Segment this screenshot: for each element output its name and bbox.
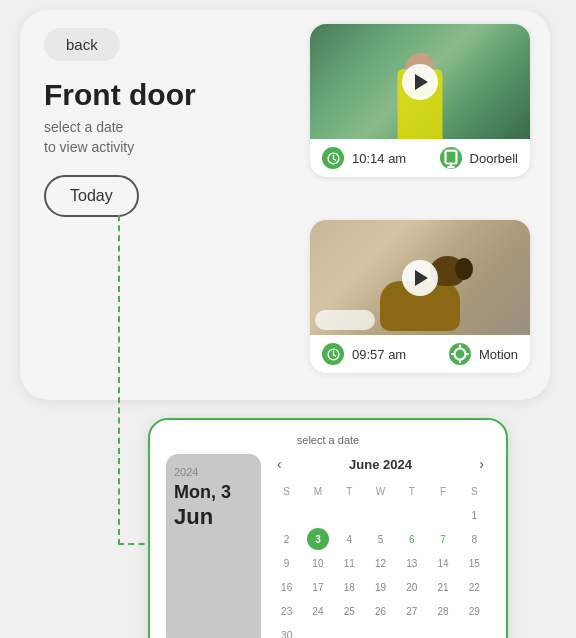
- calendar-prev-button[interactable]: ‹: [271, 454, 288, 474]
- cal-day-empty: [432, 624, 454, 638]
- svg-line-2: [333, 159, 335, 160]
- cal-day-27[interactable]: 27: [401, 600, 423, 622]
- cal-day-15[interactable]: 15: [463, 552, 485, 574]
- cal-day-8[interactable]: 8: [463, 528, 485, 550]
- selected-day-name: Mon, 3: [174, 482, 253, 504]
- cal-day-empty: [401, 624, 423, 638]
- calendar-layout: 2024 Mon, 3 Jun ‹ June 2024 › S M T W T …: [166, 454, 490, 638]
- cal-day-28[interactable]: 28: [432, 600, 454, 622]
- cal-day-21[interactable]: 21: [432, 576, 454, 598]
- cal-day-empty: [307, 624, 329, 638]
- cal-day[interactable]: [432, 504, 454, 526]
- cal-day[interactable]: [338, 504, 360, 526]
- time-icon-doorbell: [322, 147, 344, 169]
- cal-header-s2: S: [463, 480, 485, 502]
- calendar-day-headers: S M T W T F S: [271, 480, 490, 502]
- cal-header-m: M: [307, 480, 329, 502]
- cal-day-5[interactable]: 5: [369, 528, 391, 550]
- cal-day-4[interactable]: 4: [338, 528, 360, 550]
- cal-day-empty: [369, 624, 391, 638]
- selected-year: 2024: [174, 466, 253, 478]
- event-info-motion: 09:57 am Motion: [310, 335, 530, 373]
- video-thumb-dog[interactable]: [310, 220, 530, 335]
- cal-day-19[interactable]: 19: [369, 576, 391, 598]
- stuffing-figure: [315, 310, 375, 330]
- cal-day-20[interactable]: 20: [401, 576, 423, 598]
- cal-header-t1: T: [338, 480, 360, 502]
- video-thumb-delivery[interactable]: [310, 24, 530, 139]
- event-info-doorbell: 10:14 am Doorbell: [310, 139, 530, 177]
- cal-day-22[interactable]: 22: [463, 576, 485, 598]
- play-button-delivery[interactable]: [402, 64, 438, 100]
- cal-day-25[interactable]: 25: [338, 600, 360, 622]
- event-type-motion: Motion: [479, 347, 518, 362]
- cal-day-29[interactable]: 29: [463, 600, 485, 622]
- calendar-week-1: 1: [271, 504, 490, 526]
- time-icon-motion: [322, 343, 344, 365]
- calendar-month-title: June 2024: [349, 457, 412, 472]
- calendar-week-5: 23 24 25 26 27 28 29: [271, 600, 490, 622]
- doorbell-icon: [440, 147, 462, 169]
- motion-icon: [449, 343, 471, 365]
- cal-day[interactable]: [307, 504, 329, 526]
- cal-day-3-today[interactable]: 3: [307, 528, 329, 550]
- event-card-motion: 09:57 am Motion: [310, 220, 530, 373]
- cal-day-6[interactable]: 6: [401, 528, 423, 550]
- calendar-picker: select a date 2024 Mon, 3 Jun ‹ June 202…: [148, 418, 508, 638]
- dog-ear: [455, 258, 473, 280]
- calendar-right: ‹ June 2024 › S M T W T F S: [271, 454, 490, 638]
- calendar-nav: ‹ June 2024 ›: [271, 454, 490, 474]
- svg-line-8: [333, 355, 335, 356]
- cal-day-11[interactable]: 11: [338, 552, 360, 574]
- calendar-week-2: 2 3 4 5 6 7 8: [271, 528, 490, 550]
- subtitle: select a date to view activity: [44, 118, 134, 157]
- calendar-week-4: 16 17 18 19 20 21 22: [271, 576, 490, 598]
- cal-day-14[interactable]: 14: [432, 552, 454, 574]
- cal-day-17[interactable]: 17: [307, 576, 329, 598]
- cal-day-9[interactable]: 9: [276, 552, 298, 574]
- cal-day-7[interactable]: 7: [432, 528, 454, 550]
- today-button[interactable]: Today: [44, 175, 139, 217]
- connector-line-vertical: [118, 215, 120, 545]
- cal-day-24[interactable]: 24: [307, 600, 329, 622]
- svg-rect-3: [445, 151, 456, 164]
- cal-header-s1: S: [276, 480, 298, 502]
- cal-day-18[interactable]: 18: [338, 576, 360, 598]
- main-card: back Front door select a date to view ac…: [20, 10, 550, 400]
- event-time-motion: 09:57 am: [352, 347, 406, 362]
- selected-date-panel: 2024 Mon, 3 Jun: [166, 454, 261, 638]
- play-button-motion[interactable]: [402, 260, 438, 296]
- event-type-doorbell: Doorbell: [470, 151, 518, 166]
- cal-day[interactable]: [276, 504, 298, 526]
- calendar-header-label: select a date: [166, 434, 490, 446]
- calendar-week-3: 9 10 11 12 13 14 15: [271, 552, 490, 574]
- cal-day-26[interactable]: 26: [369, 600, 391, 622]
- cal-header-f: F: [432, 480, 454, 502]
- cal-day-16[interactable]: 16: [276, 576, 298, 598]
- cal-day-empty: [463, 624, 485, 638]
- back-button[interactable]: back: [44, 28, 120, 61]
- svg-point-9: [454, 349, 465, 360]
- page-title: Front door: [44, 78, 196, 112]
- cal-day-empty: [338, 624, 360, 638]
- cal-header-t2: T: [401, 480, 423, 502]
- calendar-next-button[interactable]: ›: [473, 454, 490, 474]
- cal-header-w: W: [369, 480, 391, 502]
- cal-day-30[interactable]: 30: [276, 624, 298, 638]
- cal-day-12[interactable]: 12: [369, 552, 391, 574]
- event-card-doorbell: 10:14 am Doorbell: [310, 24, 530, 177]
- cal-day[interactable]: [401, 504, 423, 526]
- cal-day-2[interactable]: 2: [276, 528, 298, 550]
- event-time-doorbell: 10:14 am: [352, 151, 406, 166]
- calendar-grid: S M T W T F S 1: [271, 480, 490, 638]
- cal-day-23[interactable]: 23: [276, 600, 298, 622]
- calendar-week-6: 30: [271, 624, 490, 638]
- cal-day-1[interactable]: 1: [463, 504, 485, 526]
- cal-day-13[interactable]: 13: [401, 552, 423, 574]
- cal-day[interactable]: [369, 504, 391, 526]
- cal-day-10[interactable]: 10: [307, 552, 329, 574]
- selected-month: Jun: [174, 504, 253, 530]
